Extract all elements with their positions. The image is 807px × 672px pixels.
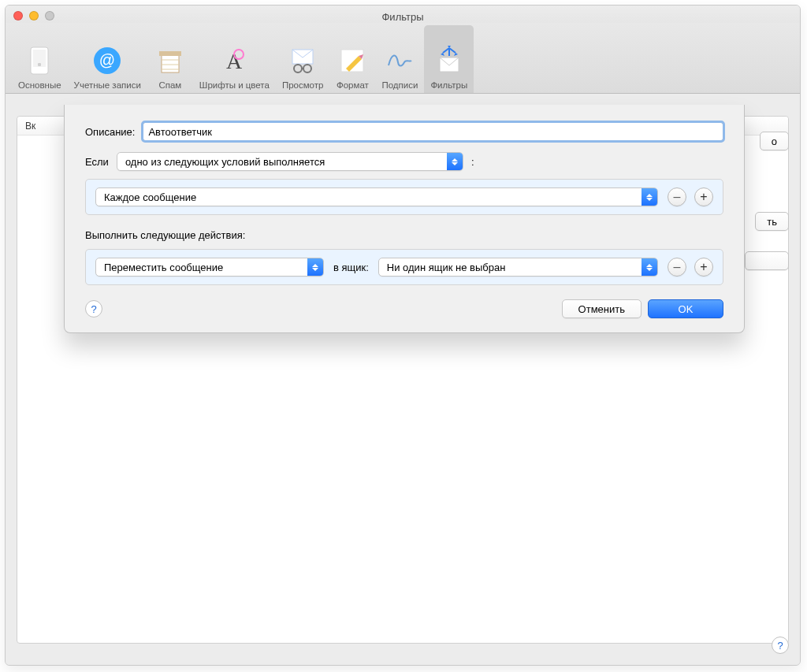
composing-icon [337,45,368,76]
preferences-window: Фильтры Основные @ Учетные записи Спам A… [5,5,801,666]
svg-rect-6 [159,51,181,56]
action-type-select[interactable]: Переместить сообщение [95,258,324,277]
window-zoom-button[interactable] [45,11,54,20]
chevron-updown-icon [642,188,657,206]
window-title: Фильтры [12,9,794,23]
chevron-updown-icon [447,153,463,170]
side-button-1[interactable]: о [760,132,789,150]
condition-mode-select[interactable]: одно из следующих условий выполняется [117,152,463,171]
toolbar-tab-general[interactable]: Основные [12,25,68,93]
svg-marker-17 [441,53,444,56]
add-condition-button[interactable]: + [694,187,713,206]
chevron-updown-icon [307,258,323,276]
sheet-help-button[interactable]: ? [85,300,102,317]
fonts-icon: A [218,45,250,76]
window-minimize-button[interactable] [29,11,39,20]
titlebar: Фильтры [6,6,800,23]
accounts-icon: @ [91,45,123,76]
svg-point-11 [303,65,311,72]
condition-row: Каждое сообщение – + [85,179,723,215]
rules-icon [433,45,465,76]
description-input[interactable] [143,122,723,141]
remove-action-button[interactable]: – [668,258,686,277]
window-close-button[interactable] [13,11,23,20]
traffic-lights [13,11,54,20]
toolbar-tab-accounts[interactable]: @ Учетные записи [68,25,147,93]
window-help-button[interactable]: ? [772,637,789,654]
remove-condition-button[interactable]: – [668,187,686,206]
to-mailbox-label: в ящик: [333,262,369,273]
viewing-icon [287,45,318,76]
rule-editor-sheet: Описание: Если одно из следующих условий… [64,105,745,333]
svg-marker-18 [454,53,458,56]
add-action-button[interactable]: + [694,258,713,277]
if-colon: : [471,156,474,168]
svg-point-10 [294,65,302,72]
svg-rect-2 [38,63,41,66]
side-button-3[interactable] [745,251,789,270]
toolbar-tab-fonts[interactable]: A Шрифты и цвета [193,25,276,93]
toolbar-tab-signatures[interactable]: Подписи [375,25,424,93]
toolbar-tab-composing[interactable]: Формат [329,25,375,93]
ok-button[interactable]: OK [648,299,723,318]
svg-text:@: @ [99,51,115,69]
svg-rect-5 [162,55,179,72]
svg-marker-19 [448,46,451,48]
description-label: Описание: [85,126,135,138]
mailbox-select[interactable]: Ни один ящик не выбран [378,258,658,277]
actions-heading: Выполнить следующие действия: [85,229,723,241]
junk-icon [154,45,186,76]
condition-field-select[interactable]: Каждое сообщение [95,187,658,206]
toolbar-tab-viewing[interactable]: Просмотр [276,25,330,93]
toolbar-tab-rules[interactable]: Фильтры [424,25,474,93]
general-icon [24,45,55,76]
side-button-2[interactable]: ть [755,212,789,231]
cancel-button[interactable]: Отменить [562,299,642,318]
chevron-updown-icon [642,258,657,276]
signatures-icon [384,45,415,76]
toolbar-tab-junk[interactable]: Спам [147,25,193,93]
if-label: Если [85,156,109,168]
action-row: Переместить сообщение в ящик: Ни один ящ… [85,249,723,285]
toolbar: Основные @ Учетные записи Спам A Шрифты … [6,23,800,94]
